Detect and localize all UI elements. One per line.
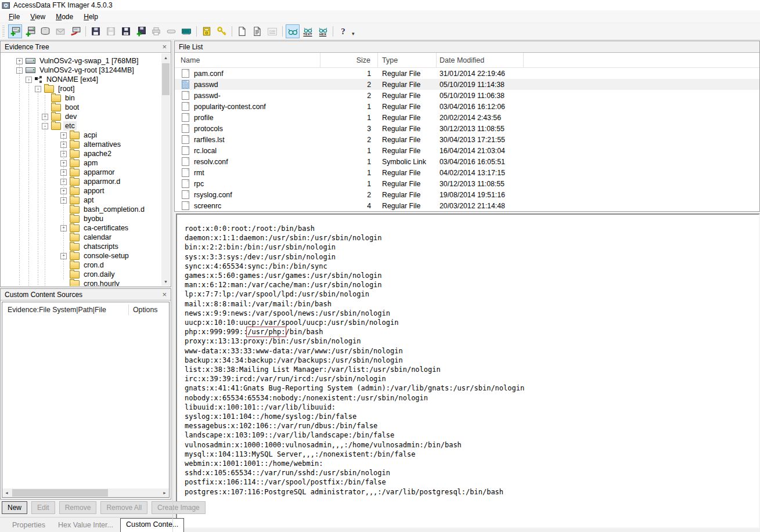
- tree-item[interactable]: + apport: [60, 186, 161, 196]
- tree-item-label[interactable]: VulnOSv2-vg-swap_1 [768MB]: [38, 56, 140, 66]
- tree-item-label[interactable]: VulnOSv2-vg-root [31244MB]: [38, 66, 136, 75]
- tree-item[interactable]: byobu: [60, 214, 161, 223]
- toolbar-grip[interactable]: [2, 26, 5, 37]
- file-row[interactable]: popularity-contest.conf 1 Regular File 0…: [175, 101, 759, 112]
- scroll-right-arrow-icon[interactable]: ►: [160, 488, 169, 497]
- menu-file[interactable]: File: [3, 11, 25, 23]
- tree-item-label[interactable]: ca-certificates: [82, 223, 130, 233]
- menu-help[interactable]: Help: [78, 11, 103, 23]
- new-document-icon[interactable]: [235, 24, 249, 38]
- tree-item-label[interactable]: apm: [82, 158, 99, 168]
- export-files-icon[interactable]: [164, 24, 178, 38]
- file-row[interactable]: passwd 2 Regular File 05/10/2019 11:14:3…: [175, 79, 759, 90]
- panel-splitter[interactable]: [172, 41, 173, 532]
- tree-item[interactable]: - VulnOSv2-vg-root [31244MB]: [16, 66, 161, 75]
- column-header-size[interactable]: Size: [320, 53, 378, 67]
- hex-view-mode-icon[interactable]: HEX: [316, 24, 330, 38]
- auto-view-mode-icon[interactable]: [286, 24, 300, 38]
- file-row[interactable]: rarfiles.lst 2 Regular File 30/04/2013 1…: [175, 134, 759, 145]
- tree-item[interactable]: + apache2: [60, 149, 161, 158]
- create-image-button[interactable]: Create Image: [152, 501, 206, 514]
- menu-view[interactable]: View: [25, 11, 51, 23]
- unmount-image-icon[interactable]: [53, 24, 67, 38]
- tree-item-label[interactable]: acpi: [82, 131, 99, 140]
- save-icon[interactable]: [104, 24, 118, 38]
- tree-item-label[interactable]: chatscripts: [82, 242, 120, 251]
- tree-item-label[interactable]: bash_completion.d: [82, 205, 146, 214]
- new-button[interactable]: New: [2, 501, 27, 514]
- column-header-date-modified[interactable]: Date Modified: [437, 53, 524, 67]
- file-row[interactable]: rsyslog.conf 2 Regular File 19/08/2014 1…: [175, 189, 759, 200]
- column-header-name[interactable]: Name: [175, 53, 320, 67]
- edit-button[interactable]: Edit: [31, 501, 55, 514]
- tree-item[interactable]: boot: [42, 103, 161, 112]
- file-row[interactable]: profile 1 Regular File 20/02/2014 2:43:5…: [175, 112, 759, 123]
- tree-item[interactable]: + apt: [60, 196, 161, 205]
- tree-item[interactable]: + acpi: [60, 131, 161, 140]
- tree-item-label[interactable]: calendar: [82, 233, 113, 242]
- file-content-viewer[interactable]: root:x:0:0:root:/root:/bin/bash daemon:x…: [176, 213, 760, 529]
- tree-item[interactable]: calendar: [60, 233, 161, 242]
- file-row[interactable]: rmt 1 Regular File 04/02/2014 13:17:15: [175, 167, 759, 178]
- scroll-left-arrow-icon[interactable]: ◄: [2, 488, 11, 497]
- file-row[interactable]: rc.local 1 Regular File 16/04/2014 21:03…: [175, 145, 759, 156]
- scroll-down-arrow-icon[interactable]: ▼: [161, 277, 170, 286]
- tree-item[interactable]: cron.d: [60, 260, 161, 270]
- evidence-tree-vertical-scrollbar[interactable]: ▲ ▼: [161, 53, 170, 286]
- tree-item-label[interactable]: alternatives: [82, 140, 123, 149]
- custom-content-horizontal-scrollbar[interactable]: ◄ ►: [2, 488, 169, 497]
- tree-item-label[interactable]: boot: [63, 103, 81, 112]
- menu-mode[interactable]: Mode: [51, 11, 78, 23]
- tree-item[interactable]: + apparmor.d: [60, 177, 161, 186]
- column-header-options[interactable]: Options: [129, 306, 169, 314]
- tree-item[interactable]: + apm: [60, 158, 161, 168]
- tree-item[interactable]: cron.hourly: [60, 279, 161, 286]
- scrollbar-thumb[interactable]: [162, 63, 170, 95]
- file-row[interactable]: pam.conf 1 Regular File 31/01/2014 22:19…: [175, 68, 759, 79]
- tab-properties[interactable]: Properties: [7, 519, 51, 531]
- tree-item-label[interactable]: NONAME [ext4]: [45, 75, 100, 84]
- obtain-protected-files-icon[interactable]: [200, 24, 214, 38]
- tree-item[interactable]: + console-setup: [60, 251, 161, 260]
- tree-item-label[interactable]: cron.d: [82, 260, 106, 270]
- tab-custom-content[interactable]: Custom Conte...: [120, 518, 184, 532]
- tree-item[interactable]: bin: [42, 93, 161, 103]
- tab-hex-value-interpreter[interactable]: Hex Value Inter...: [53, 519, 118, 531]
- view-text-icon[interactable]: [250, 24, 264, 38]
- tree-item[interactable]: bash_completion.d: [60, 205, 161, 214]
- text-view-mode-icon[interactable]: TEXT: [301, 24, 315, 38]
- tree-item[interactable]: - [root]: [35, 84, 161, 93]
- file-row[interactable]: passwd- 2 Regular File 05/10/2019 11:06:…: [175, 90, 759, 101]
- custom-content-close-button[interactable]: ×: [162, 291, 167, 298]
- image-mounting-icon[interactable]: [38, 24, 52, 38]
- tree-item[interactable]: + VulnOSv2-vg-swap_1 [768MB]: [16, 56, 161, 66]
- tree-item[interactable]: + alternatives: [60, 140, 161, 149]
- tree-item-label[interactable]: byobu: [82, 214, 105, 223]
- tree-item-label[interactable]: console-setup: [82, 251, 131, 260]
- directory-listing-icon[interactable]: DIR: [265, 24, 279, 38]
- evidence-tree-close-button[interactable]: ×: [162, 44, 167, 50]
- tree-item-label[interactable]: apport: [82, 186, 106, 196]
- tree-item-label[interactable]: apparmor: [82, 168, 117, 177]
- remove-all-button[interactable]: Remove All: [100, 501, 147, 514]
- capture-memory-icon[interactable]: [179, 24, 193, 38]
- create-disk-image-icon[interactable]: [89, 24, 103, 38]
- tree-item-label[interactable]: bin: [63, 93, 77, 103]
- toolbar-overflow-caret-icon[interactable]: ▾: [352, 31, 355, 37]
- scrollbar-thumb[interactable]: [12, 489, 108, 497]
- tree-item[interactable]: + dev: [42, 112, 161, 121]
- remove-button[interactable]: Remove: [59, 501, 97, 514]
- file-row[interactable]: rpc 1 Regular File 30/12/2013 11:08:55: [175, 178, 759, 189]
- scroll-up-arrow-icon[interactable]: ▲: [161, 53, 170, 62]
- tree-item[interactable]: - NONAME [ext4]: [26, 75, 161, 84]
- detect-encryption-icon[interactable]: [215, 24, 229, 38]
- file-row[interactable]: protocols 3 Regular File 30/12/2013 11:0…: [175, 123, 759, 134]
- file-row[interactable]: screenrc 4 Regular File 20/03/2012 21:14…: [175, 200, 759, 211]
- tree-item-label[interactable]: apt: [82, 196, 95, 205]
- column-header-evidence-path[interactable]: Evidence:File System|Path|File: [2, 306, 128, 314]
- export-disk-image-icon[interactable]: [119, 24, 133, 38]
- tree-item-label[interactable]: apache2: [82, 149, 113, 158]
- tree-item-label[interactable]: cron.hourly: [82, 279, 121, 286]
- tree-item[interactable]: chatscripts: [60, 242, 161, 251]
- print-icon[interactable]: [149, 24, 163, 38]
